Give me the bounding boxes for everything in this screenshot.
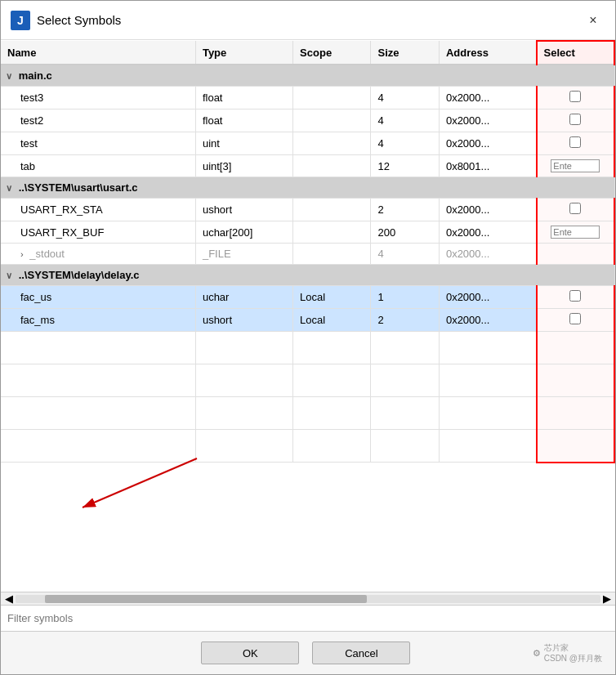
cell-address: 0x2000... <box>439 309 536 332</box>
scrollbar-track[interactable] <box>16 595 600 603</box>
group-label-mainc: main.c <box>19 69 52 82</box>
cell-address: 0x2000... <box>439 132 536 155</box>
scroll-left-btn[interactable]: ◀ <box>2 592 16 606</box>
cell-scope <box>293 110 371 132</box>
col-header-address[interactable]: Address <box>439 41 536 65</box>
group-label-delay: ..\SYSTEM\delay\delay.c <box>19 269 140 281</box>
table-row: fac_ms ushort Local 2 0x2000... <box>1 309 614 332</box>
cell-size: 12 <box>371 155 439 177</box>
filter-bar[interactable] <box>1 606 615 632</box>
table-row-empty <box>1 397 614 430</box>
cell-name: USART_RX_BUF <box>1 221 195 244</box>
cell-scope <box>293 244 371 265</box>
table-header-row: Name Type Scope Size Address Select <box>1 41 614 65</box>
cell-type: uint <box>195 132 292 155</box>
select-checkbox[interactable] <box>569 114 581 125</box>
col-header-scope[interactable]: Scope <box>293 41 371 65</box>
expand-icon-stdout[interactable]: › <box>20 249 24 259</box>
col-header-size[interactable]: Size <box>371 41 439 65</box>
svg-line-1 <box>83 458 197 507</box>
cell-name: › _stdout <box>1 244 195 265</box>
group-row-usart: ∨ ..\SYSTEM\usart\usart.c <box>1 177 614 199</box>
btn-group: OK Cancel <box>79 641 533 664</box>
cell-size: 4 <box>371 110 439 132</box>
select-input[interactable] <box>551 159 600 172</box>
filter-input[interactable] <box>1 606 615 631</box>
cell-select[interactable] <box>537 87 614 110</box>
cell-type: float <box>195 110 292 132</box>
select-checkbox[interactable] <box>569 290 581 302</box>
cell-size: 4 <box>371 244 439 265</box>
cell-address: 0x2000... <box>439 244 536 265</box>
cell-select[interactable] <box>537 221 614 244</box>
col-header-name[interactable]: Name <box>1 41 195 65</box>
cell-address: 0x2000... <box>439 110 536 132</box>
col-header-type[interactable]: Type <box>195 41 292 65</box>
group-row-mainc: ∨ main.c <box>1 65 614 87</box>
watermark: ⚙ 芯片家CSDN @拜月教 <box>533 642 602 664</box>
cell-select[interactable] <box>537 155 614 177</box>
table-row: fac_us uchar Local 1 0x2000... <box>1 286 614 309</box>
table-row: test3 float 4 0x2000... <box>1 87 614 110</box>
cell-scope <box>293 87 371 110</box>
dialog-window: J Select Symbols × Name Type Scope Size <box>0 0 616 675</box>
close-button[interactable]: × <box>581 8 605 33</box>
symbols-table: Name Type Scope Size Address Select ∨ ma… <box>1 40 615 463</box>
expand-icon-mainc[interactable]: ∨ <box>6 71 12 82</box>
table-row: › _stdout _FILE 4 0x2000... <box>1 244 614 265</box>
cell-size: 200 <box>371 221 439 244</box>
select-checkbox[interactable] <box>569 203 581 214</box>
cell-type: ushort <box>195 199 292 221</box>
symbols-table-container[interactable]: Name Type Scope Size Address Select ∨ ma… <box>1 40 615 592</box>
group-row-delay: ∨ ..\SYSTEM\delay\delay.c <box>1 265 614 286</box>
table-row: tab uint[3] 12 0x8001... <box>1 155 614 177</box>
col-header-select[interactable]: Select <box>537 41 614 65</box>
cell-scope: Local <box>293 286 371 309</box>
cell-type: float <box>195 87 292 110</box>
cell-scope <box>293 199 371 221</box>
cell-scope <box>293 155 371 177</box>
table-row: test2 float 4 0x2000... <box>1 110 614 132</box>
table-body: ∨ main.c test3 float 4 0x2000... test2 <box>1 65 614 463</box>
cell-select[interactable] <box>537 110 614 132</box>
select-checkbox[interactable] <box>569 91 581 102</box>
cell-type: uchar <box>195 286 292 309</box>
cell-select[interactable] <box>537 286 614 309</box>
horizontal-scrollbar-area[interactable]: ◀ ▶ <box>1 592 615 606</box>
cancel-button[interactable]: Cancel <box>312 641 410 664</box>
expand-icon-delay[interactable]: ∨ <box>6 270 12 281</box>
cell-address: 0x8001... <box>439 155 536 177</box>
table-row: test uint 4 0x2000... <box>1 132 614 155</box>
table-row: USART_RX_BUF uchar[200] 200 0x2000... <box>1 221 614 244</box>
dialog-title: Select Symbols <box>37 13 121 27</box>
cell-select[interactable] <box>537 199 614 221</box>
table-row-empty <box>1 430 614 463</box>
cell-select[interactable] <box>537 309 614 332</box>
select-checkbox[interactable] <box>569 313 581 324</box>
app-icon: J <box>11 11 30 30</box>
cell-name: tab <box>1 155 195 177</box>
cell-type: uint[3] <box>195 155 292 177</box>
select-checkbox[interactable] <box>569 136 581 148</box>
title-bar: J Select Symbols × <box>1 1 615 40</box>
group-label-usart: ..\SYSTEM\usart\usart.c <box>19 181 138 194</box>
button-bar: OK Cancel ⚙ 芯片家CSDN @拜月教 <box>1 632 615 674</box>
cell-name: fac_us <box>1 286 195 309</box>
cell-scope <box>293 132 371 155</box>
cell-name: test3 <box>1 87 195 110</box>
cell-select[interactable] <box>537 132 614 155</box>
cell-scope <box>293 221 371 244</box>
cell-address: 0x2000... <box>439 286 536 309</box>
table-row: USART_RX_STA ushort 2 0x2000... <box>1 199 614 221</box>
scrollbar-thumb[interactable] <box>45 595 367 603</box>
cell-type: ushort <box>195 309 292 332</box>
cell-size: 1 <box>371 286 439 309</box>
cell-size: 2 <box>371 199 439 221</box>
cell-address: 0x2000... <box>439 199 536 221</box>
expand-icon-usart[interactable]: ∨ <box>6 183 12 194</box>
select-input[interactable] <box>551 226 600 239</box>
ok-button[interactable]: OK <box>201 641 299 664</box>
scroll-right-btn[interactable]: ▶ <box>600 592 614 606</box>
cell-select <box>537 244 614 265</box>
cell-name: fac_ms <box>1 309 195 332</box>
